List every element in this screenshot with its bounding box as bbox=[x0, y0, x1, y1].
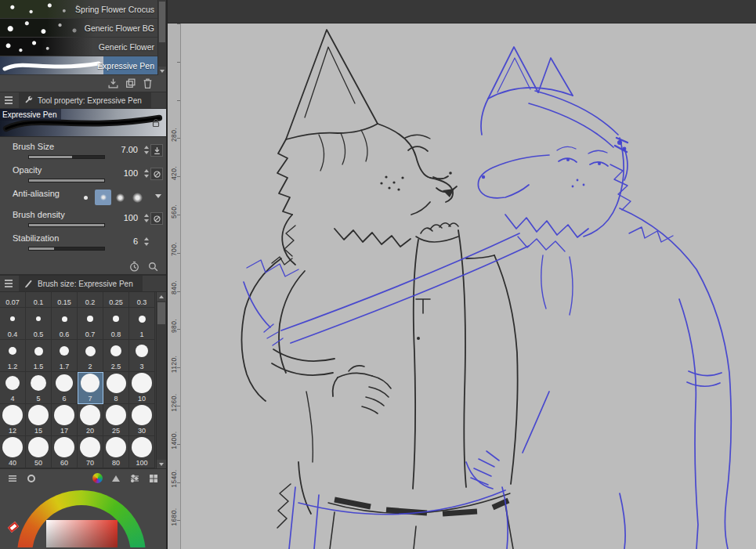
brush-size-50[interactable]: 50 bbox=[26, 436, 52, 468]
no-dynamics-button[interactable] bbox=[150, 168, 163, 180]
antialias-option-1[interactable] bbox=[95, 190, 111, 205]
opacity-slider[interactable] bbox=[28, 179, 105, 182]
scroll-down-button[interactable] bbox=[158, 67, 166, 75]
value-spinner[interactable] bbox=[144, 169, 149, 178]
brush-size-80[interactable]: 80 bbox=[103, 436, 129, 468]
brush-size-1.2[interactable]: 1.2 bbox=[0, 340, 26, 372]
color-set-icon[interactable] bbox=[147, 472, 160, 485]
brush-density-slider[interactable] bbox=[28, 223, 105, 227]
brush-size-20[interactable]: 20 bbox=[78, 404, 103, 436]
brush-size-3[interactable]: 3 bbox=[129, 340, 155, 372]
saturation-value-box[interactable] bbox=[46, 520, 118, 547]
subtool-item-expressive-pen[interactable]: Expressive Pen bbox=[0, 56, 166, 75]
brush-size-4[interactable]: 4 bbox=[0, 372, 26, 404]
size-preview-dot bbox=[103, 340, 128, 362]
tool-property-header[interactable]: Tool property: Expressive Pen bbox=[0, 92, 166, 109]
control-label: Anti-aliasing bbox=[13, 189, 60, 198]
value-spinner[interactable] bbox=[144, 146, 149, 154]
brush-size-0.7[interactable]: 0.7 bbox=[78, 308, 103, 340]
hue-ring-icon[interactable] bbox=[25, 472, 38, 485]
size-preview-dot bbox=[129, 404, 154, 426]
panel-menu-icon[interactable] bbox=[5, 283, 13, 284]
scroll-up-button[interactable] bbox=[157, 292, 166, 301]
stroke-history-icon[interactable] bbox=[128, 261, 139, 272]
brush-size-2.5[interactable]: 2.5 bbox=[103, 340, 129, 372]
scrollbar-thumb[interactable] bbox=[157, 302, 165, 324]
delete-subtool-icon[interactable] bbox=[142, 78, 154, 89]
chevron-down-icon[interactable] bbox=[155, 194, 161, 198]
value-spinner[interactable] bbox=[144, 237, 149, 246]
brush-size-2[interactable]: 2 bbox=[78, 340, 103, 372]
brush-size-17[interactable]: 17 bbox=[52, 404, 78, 436]
antialias-option-2[interactable] bbox=[112, 190, 128, 205]
preset-arrow-button[interactable] bbox=[150, 144, 163, 157]
size-label: 25 bbox=[112, 426, 120, 435]
brush-size-0.1[interactable]: 0.1 bbox=[26, 292, 52, 308]
brush-size-12[interactable]: 12 bbox=[0, 404, 26, 436]
brush-size-30[interactable]: 30 bbox=[129, 404, 155, 436]
brush-size-0.8[interactable]: 0.8 bbox=[103, 308, 129, 340]
brush-size-header[interactable]: Brush size: Expressive Pen bbox=[0, 276, 166, 292]
brush-size-0.6[interactable]: 0.6 bbox=[52, 308, 78, 340]
brush-size-100[interactable]: 100 bbox=[129, 436, 155, 468]
brush-preview-label: Expressive Pen bbox=[0, 109, 61, 121]
stabilization-slider[interactable] bbox=[28, 247, 105, 251]
brush-size-0.15[interactable]: 0.15 bbox=[52, 292, 78, 308]
canvas[interactable] bbox=[181, 23, 756, 549]
tool-property-tab[interactable]: Tool property: Expressive Pen bbox=[19, 92, 151, 108]
value-spinner[interactable] bbox=[144, 214, 149, 222]
brush-size-1[interactable]: 1 bbox=[129, 308, 155, 340]
subtool-scrollbar[interactable] bbox=[157, 0, 166, 75]
duplicate-subtool-icon[interactable] bbox=[125, 78, 136, 89]
antialias-option-3[interactable] bbox=[129, 190, 146, 205]
brush-preview[interactable]: Expressive Pen bbox=[0, 109, 166, 137]
brush-size-5[interactable]: 5 bbox=[26, 372, 52, 404]
brush-size-10[interactable]: 10 bbox=[129, 372, 155, 404]
scroll-down-button[interactable] bbox=[157, 460, 166, 468]
brush-size-0.07[interactable]: 0.07 bbox=[0, 292, 26, 308]
palette-menu-icon[interactable] bbox=[6, 472, 19, 485]
brush-size-value[interactable]: 7.00 bbox=[111, 145, 138, 154]
brush-size-0.5[interactable]: 0.5 bbox=[26, 308, 52, 340]
brush-size-40[interactable]: 40 bbox=[0, 436, 26, 468]
hue-cursor[interactable] bbox=[8, 522, 19, 533]
left-panel-stack: Spring Flower CrocusGeneric Flower BGGen… bbox=[0, 0, 166, 549]
scrollbar-thumb[interactable] bbox=[159, 2, 165, 42]
color-wheel-icon[interactable] bbox=[91, 472, 103, 485]
brush-size-15[interactable]: 15 bbox=[26, 404, 52, 436]
size-preview-dot bbox=[78, 372, 103, 394]
no-dynamics-button[interactable] bbox=[150, 212, 163, 225]
brush-size-1.7[interactable]: 1.7 bbox=[52, 340, 78, 372]
brush-size-60[interactable]: 60 bbox=[52, 436, 78, 468]
brush-size-8[interactable]: 8 bbox=[103, 372, 129, 404]
brush-size-slider[interactable] bbox=[28, 155, 105, 159]
stabilization-value[interactable]: 6 bbox=[111, 237, 138, 246]
brush-size-7[interactable]: 7 bbox=[78, 372, 103, 404]
triangle-icon[interactable] bbox=[110, 472, 122, 485]
subtool-item-generic-flower-bg[interactable]: Generic Flower BG bbox=[0, 19, 166, 38]
brush-size-0.2[interactable]: 0.2 bbox=[78, 292, 103, 308]
antialias-option-0[interactable] bbox=[78, 190, 94, 205]
brush-size-25[interactable]: 25 bbox=[103, 404, 129, 436]
import-subtool-icon[interactable] bbox=[107, 78, 119, 89]
lock-icon[interactable] bbox=[150, 117, 161, 128]
brush-size-70[interactable]: 70 bbox=[78, 436, 103, 468]
brush-size-0.3[interactable]: 0.3 bbox=[129, 292, 155, 308]
brush-size-0.25[interactable]: 0.25 bbox=[103, 292, 129, 308]
flower-generic-thumbnail bbox=[0, 38, 103, 56]
brush-size-6[interactable]: 6 bbox=[52, 372, 78, 404]
tool-settings-icon[interactable] bbox=[147, 261, 158, 272]
subtool-item-label: Generic Flower BG bbox=[85, 23, 154, 33]
size-label: 0.1 bbox=[34, 298, 44, 307]
panel-menu-icon[interactable] bbox=[5, 99, 13, 101]
size-preview-dot bbox=[0, 372, 25, 394]
color-sliders-icon[interactable] bbox=[128, 472, 141, 485]
subtool-item-generic-flower[interactable]: Generic Flower bbox=[0, 38, 166, 56]
brush-size-tab[interactable]: Brush size: Expressive Pen bbox=[19, 276, 143, 291]
brush-size-scrollbar[interactable] bbox=[156, 292, 166, 468]
opacity-value[interactable]: 100 bbox=[111, 168, 138, 178]
brush-density-value[interactable]: 100 bbox=[111, 213, 138, 222]
brush-size-1.5[interactable]: 1.5 bbox=[26, 340, 52, 372]
brush-size-0.4[interactable]: 0.4 bbox=[0, 308, 26, 340]
subtool-item-spring-flower-crocus[interactable]: Spring Flower Crocus bbox=[0, 0, 166, 19]
